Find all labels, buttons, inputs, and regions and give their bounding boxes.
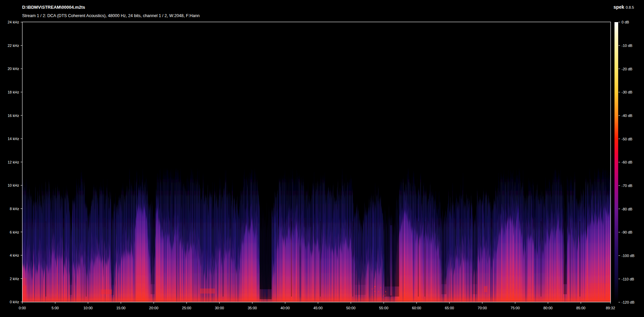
svg-text:-100 dB: -100 dB [622,254,635,258]
svg-text:-50 dB: -50 dB [622,137,632,141]
svg-text:16 kHz: 16 kHz [8,114,19,118]
svg-text:15:00: 15:00 [116,306,126,310]
svg-text:8 kHz: 8 kHz [10,207,19,211]
svg-text:60:00: 60:00 [412,306,421,310]
svg-text:18 kHz: 18 kHz [8,90,19,94]
svg-text:2 kHz: 2 kHz [10,277,19,281]
svg-text:50:00: 50:00 [346,306,356,310]
svg-text:-60 dB: -60 dB [622,160,632,164]
svg-text:45:00: 45:00 [313,306,323,310]
svg-text:5:00: 5:00 [52,306,59,310]
svg-text:14 kHz: 14 kHz [8,137,19,141]
svg-text:-40 dB: -40 dB [622,114,632,118]
svg-text:22 kHz: 22 kHz [8,44,19,48]
svg-text:10:00: 10:00 [84,306,93,310]
svg-text:6 kHz: 6 kHz [10,230,19,234]
svg-text:-80 dB: -80 dB [622,207,632,211]
svg-text:spek: spek [613,4,624,10]
svg-text:4 kHz: 4 kHz [10,253,19,257]
svg-text:75:00: 75:00 [511,306,520,310]
svg-text:0.8.5: 0.8.5 [626,5,634,9]
svg-text:20 kHz: 20 kHz [8,67,19,71]
svg-text:35:00: 35:00 [248,306,257,310]
svg-text:40:00: 40:00 [280,306,290,310]
svg-text:D:\BDMV\STREAM\00004.m2ts: D:\BDMV\STREAM\00004.m2ts [22,5,85,10]
svg-text:85:00: 85:00 [576,306,586,310]
svg-text:65:00: 65:00 [445,306,454,310]
svg-text:0:00: 0:00 [19,306,26,310]
svg-text:-120 dB: -120 dB [622,300,635,304]
svg-text:-70 dB: -70 dB [622,184,632,188]
svg-text:12 kHz: 12 kHz [8,160,19,164]
svg-text:25:00: 25:00 [182,306,192,310]
svg-text:20:00: 20:00 [149,306,159,310]
svg-text:-10 dB: -10 dB [622,44,632,48]
svg-text:89:32: 89:32 [606,306,615,310]
svg-text:10 kHz: 10 kHz [8,183,19,187]
svg-text:-90 dB: -90 dB [622,230,632,234]
svg-text:-20 dB: -20 dB [622,67,632,71]
svg-text:0 dB: 0 dB [622,20,629,24]
svg-text:70:00: 70:00 [478,306,487,310]
svg-text:24 kHz: 24 kHz [8,20,19,24]
svg-text:30:00: 30:00 [215,306,224,310]
svg-text:-30 dB: -30 dB [622,90,632,94]
svg-text:-110 dB: -110 dB [622,277,634,281]
svg-text:80:00: 80:00 [543,306,553,310]
svg-text:55:00: 55:00 [379,306,388,310]
svg-text:0 kHz: 0 kHz [10,300,19,304]
svg-text:Stream 1 / 2: DCA (DTS Coheren: Stream 1 / 2: DCA (DTS Coherent Acoustic… [22,13,200,18]
